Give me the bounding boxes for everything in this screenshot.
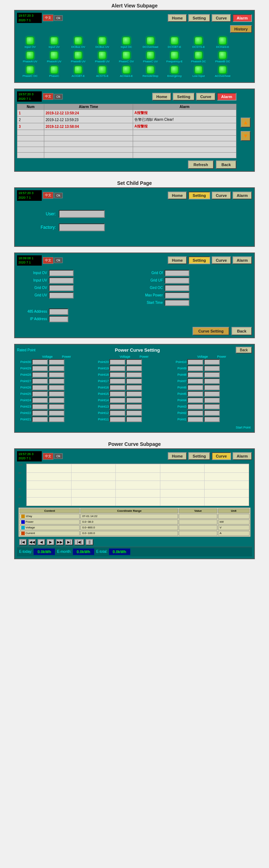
- nav-alarm-4[interactable]: Alarm: [233, 256, 252, 264]
- lang-btn-5[interactable]: 中文: [43, 453, 53, 460]
- point2-power[interactable]: [204, 410, 220, 416]
- curve-setting-back-btn[interactable]: Back: [236, 347, 252, 353]
- point23-power[interactable]: [48, 404, 64, 409]
- point13-power[interactable]: [126, 404, 142, 409]
- nav-curve-2[interactable]: Curve: [196, 93, 216, 101]
- point29-power[interactable]: [48, 365, 64, 371]
- point2-voltage[interactable]: [187, 410, 203, 416]
- input-grid-ov[interactable]: [49, 285, 74, 291]
- point22-voltage[interactable]: [32, 410, 48, 416]
- point15-voltage[interactable]: [109, 391, 125, 397]
- refresh-button[interactable]: Refresh: [188, 160, 214, 169]
- nav-home-4[interactable]: Home: [168, 256, 187, 264]
- input-grid-uv[interactable]: [49, 292, 74, 299]
- nav-home-3[interactable]: Home: [168, 192, 187, 199]
- point1-voltage[interactable]: [187, 416, 203, 422]
- point15-power[interactable]: [126, 391, 142, 397]
- point7-voltage[interactable]: [187, 378, 203, 384]
- point8-power[interactable]: [204, 372, 220, 378]
- point25-voltage[interactable]: [32, 391, 48, 397]
- point10-power[interactable]: [204, 359, 220, 365]
- pb-play[interactable]: ▶: [47, 539, 55, 545]
- nav-setting-2[interactable]: Setting: [173, 93, 194, 101]
- input-grid-uf[interactable]: [165, 277, 189, 284]
- scroll-up-arrow[interactable]: ▲: [241, 118, 251, 127]
- point26-voltage[interactable]: [32, 385, 48, 390]
- point6-voltage[interactable]: [187, 385, 203, 390]
- point27-voltage[interactable]: [32, 378, 48, 384]
- input-input-ov[interactable]: [49, 270, 74, 276]
- point12-power[interactable]: [126, 410, 142, 416]
- pb-next-fast[interactable]: ▶▶: [56, 539, 64, 545]
- input-input-uv[interactable]: [49, 277, 74, 284]
- point14-voltage[interactable]: [109, 397, 125, 403]
- point3-power[interactable]: [204, 404, 220, 409]
- point8-voltage[interactable]: [187, 372, 203, 378]
- point21-voltage[interactable]: [32, 416, 48, 422]
- ok-btn-5[interactable]: Ok: [54, 453, 63, 459]
- back-button-2[interactable]: Back: [231, 327, 252, 335]
- history-button[interactable]: History: [230, 25, 252, 33]
- point29-voltage[interactable]: [32, 365, 48, 371]
- point25-power[interactable]: [48, 391, 64, 397]
- nav-alarm-5[interactable]: Alarm: [233, 452, 252, 460]
- point9-power[interactable]: [204, 365, 220, 371]
- point18-power[interactable]: [126, 372, 142, 378]
- ok-btn-4[interactable]: Ok: [54, 257, 63, 263]
- point27-power[interactable]: [48, 378, 64, 384]
- point28-voltage[interactable]: [32, 372, 48, 378]
- pb-last[interactable]: ▶|: [65, 539, 73, 545]
- lang-btn-2[interactable]: 中文: [43, 93, 53, 100]
- scroll-down-arrow[interactable]: ▼: [241, 131, 251, 141]
- input-grid-of[interactable]: [165, 270, 189, 276]
- point5-voltage[interactable]: [187, 391, 203, 397]
- nav-home-5[interactable]: Home: [168, 452, 187, 460]
- point20-power[interactable]: [126, 359, 142, 365]
- point1-power[interactable]: [204, 416, 220, 422]
- point4-voltage[interactable]: [187, 397, 203, 403]
- nav-home-2[interactable]: Home: [152, 93, 172, 101]
- nav-alarm-1[interactable]: Alarm: [233, 14, 252, 22]
- nav-curve-1[interactable]: Curve: [212, 14, 231, 22]
- point19-power[interactable]: [126, 365, 142, 371]
- pb-prev-fast[interactable]: ◀◀: [28, 539, 36, 545]
- input-ip-addr[interactable]: [49, 316, 68, 322]
- point18-voltage[interactable]: [109, 372, 125, 378]
- user-input[interactable]: [59, 210, 105, 218]
- point7-power[interactable]: [204, 378, 220, 384]
- nav-setting-4[interactable]: Setting: [188, 256, 210, 264]
- point12-voltage[interactable]: [109, 410, 125, 416]
- point14-power[interactable]: [126, 397, 142, 403]
- point17-power[interactable]: [126, 378, 142, 384]
- nav-setting-5[interactable]: Setting: [188, 452, 210, 460]
- nav-curve-3[interactable]: Curve: [212, 192, 231, 199]
- lang-btn-4[interactable]: 中文: [43, 257, 53, 264]
- input-start-time[interactable]: [165, 300, 189, 306]
- point16-voltage[interactable]: [109, 385, 125, 390]
- point3-voltage[interactable]: [187, 404, 203, 409]
- factory-input[interactable]: [59, 223, 105, 231]
- pb-prev[interactable]: ◀: [38, 539, 45, 545]
- point5-power[interactable]: [204, 391, 220, 397]
- input-gird-oc[interactable]: [165, 285, 189, 291]
- nav-alarm-3[interactable]: Alarm: [233, 192, 252, 199]
- point4-power[interactable]: [204, 397, 220, 403]
- point10-voltage[interactable]: [187, 359, 203, 365]
- pb-first-last[interactable]: |◀|: [74, 539, 84, 545]
- point16-power[interactable]: [126, 385, 142, 390]
- back-button-1[interactable]: Back: [216, 160, 236, 169]
- point17-voltage[interactable]: [109, 378, 125, 384]
- ok-btn-3[interactable]: Ok: [54, 193, 63, 198]
- point23-voltage[interactable]: [32, 404, 48, 409]
- point11-voltage[interactable]: [109, 416, 125, 422]
- ok-btn-1[interactable]: Ok: [54, 15, 63, 21]
- nav-setting-3[interactable]: Setting: [188, 192, 210, 199]
- point26-power[interactable]: [48, 385, 64, 390]
- nav-setting-1[interactable]: Setting: [188, 14, 210, 22]
- nav-alarm-2[interactable]: Alarm: [217, 93, 236, 101]
- pb-pause[interactable]: ||: [86, 539, 93, 545]
- point24-power[interactable]: [48, 397, 64, 403]
- input-485-addr[interactable]: [49, 308, 68, 315]
- point30-voltage[interactable]: [32, 359, 48, 365]
- nav-curve-4[interactable]: Curve: [212, 256, 231, 264]
